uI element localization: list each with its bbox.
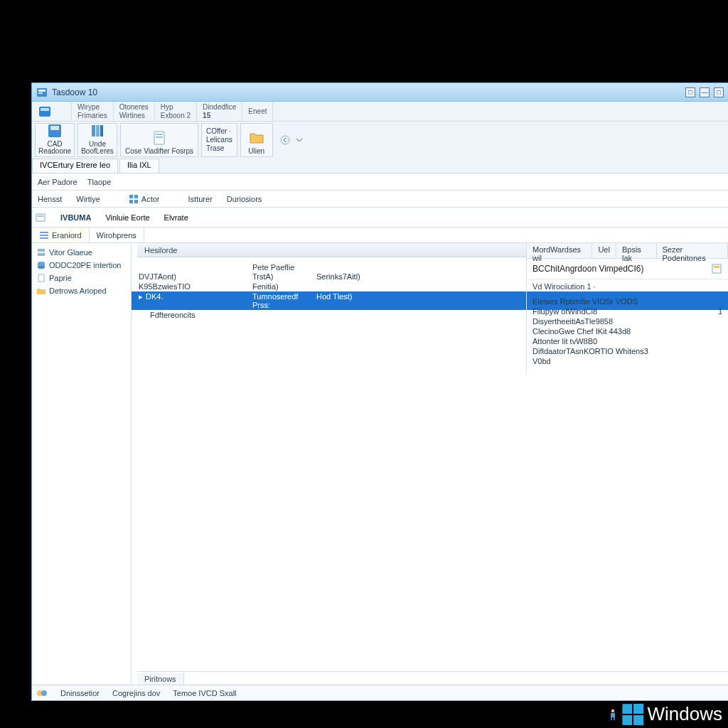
view-tab-0[interactable]: Eraniord <box>32 228 90 242</box>
cmd2-item-1[interactable]: Wirtiye <box>76 195 100 203</box>
svg-rect-24 <box>38 253 45 256</box>
app-window: Tasdoow 10 □ — □ WirypeFrimaries Otonere… <box>31 82 728 701</box>
details-tab-2[interactable]: Bpsis lak <box>616 243 657 258</box>
grid-icon <box>129 194 139 204</box>
ribbon-app-button[interactable] <box>32 102 72 121</box>
details-subtitle[interactable]: Vd Wirociiution 1 · <box>527 279 728 294</box>
ribbon-menu-4[interactable]: Eneet <box>242 102 273 121</box>
svg-point-13 <box>281 136 289 144</box>
details-tab-3[interactable]: Sezer Podenitones <box>657 243 729 258</box>
ribbon-menu-3[interactable]: Dindedfice15 <box>197 102 242 121</box>
ribbon-btn-ulien[interactable]: Ulien <box>240 123 273 157</box>
cmd2-item-3[interactable]: Istturer <box>188 195 213 203</box>
ribbon-menu-1[interactable]: OtoneresWirtines <box>114 102 155 121</box>
details-tabs: MordWardses wil Uel Bpsis lak Sezer Pode… <box>527 243 728 259</box>
nav-item-3[interactable]: Detrows Arioped <box>33 284 129 297</box>
ribbon-toolbar: CAD Readoone Unde BoofLeres Cose Viadift… <box>32 122 728 159</box>
close-button[interactable]: □ <box>714 87 724 97</box>
svg-point-32 <box>41 690 47 696</box>
svg-rect-15 <box>134 195 138 198</box>
ribbon-menu-row: WirypeFrimaries OtoneresWirtines HypExbo… <box>32 102 728 122</box>
details-tab-0[interactable]: MordWardses wil <box>527 243 592 258</box>
content-bottom-tabs: Piritnows <box>137 671 728 685</box>
watermark-text: Windows <box>648 703 722 725</box>
cmd2-item-4[interactable]: Duriosiors <box>227 195 262 203</box>
status-bar: Dninssetior Cogrejins dov Temoe IVCD Sxa… <box>32 685 728 700</box>
svg-rect-23 <box>38 249 45 252</box>
main-body: Vitor Glaeue ODDC20PE intertion Paprie D… <box>32 243 728 685</box>
status-item-2[interactable]: Temoe IVCD Sxall <box>173 689 236 697</box>
server-icon <box>36 247 46 257</box>
details-line: DifldaatorTAsnKORTIO Whitens3 <box>532 346 722 356</box>
page-icon <box>151 129 168 146</box>
location-sub-2[interactable]: Elvrate <box>164 213 188 222</box>
svg-rect-7 <box>92 125 95 136</box>
cmd2-item-0[interactable]: Hensst <box>38 195 62 203</box>
location-label[interactable]: IVBUMA <box>60 213 91 222</box>
nav-item-1[interactable]: ODDC20PE intertion <box>33 259 129 272</box>
ribbon-tab-0[interactable]: IVCErtury Etrere Ieo <box>32 159 118 173</box>
ribbon: WirypeFrimaries OtoneresWirtines HypExbo… <box>32 102 728 173</box>
bottom-tab-0[interactable]: Piritnows <box>137 673 184 685</box>
svg-rect-20 <box>40 232 48 233</box>
ribbon-btn-cose[interactable]: Cose Viadifter Fosrps <box>120 123 198 157</box>
desktop-watermark: Windows <box>608 703 722 725</box>
svg-rect-17 <box>134 200 138 203</box>
ribbon-btn-cad[interactable]: CAD Readoone <box>35 123 75 157</box>
svg-point-27 <box>38 266 45 269</box>
svg-rect-19 <box>38 215 43 217</box>
nav-item-0[interactable]: Vitor Glaeue <box>33 246 129 259</box>
chevron-right-icon: ▸ <box>139 292 143 301</box>
details-tab-1[interactable]: Uel <box>592 243 616 258</box>
nav-back-icon[interactable] <box>280 135 290 145</box>
svg-rect-35 <box>611 717 612 720</box>
svg-rect-22 <box>40 237 48 239</box>
svg-rect-18 <box>36 214 45 221</box>
figure-icon <box>608 709 618 720</box>
details-action-icon[interactable] <box>711 263 722 274</box>
doc-icon <box>36 273 46 283</box>
app-icon <box>36 87 48 98</box>
db-icon <box>36 260 46 270</box>
svg-rect-36 <box>614 717 615 720</box>
nav-item-2[interactable]: Paprie <box>33 272 129 284</box>
cmd2-item-2[interactable]: Actor <box>129 194 160 204</box>
svg-rect-16 <box>129 200 133 203</box>
details-line: Attonter lit tvW8B0 <box>532 336 722 346</box>
svg-rect-9 <box>100 125 103 136</box>
ribbon-menu-0[interactable]: WirypeFrimaries <box>72 102 114 121</box>
cmd-item-1[interactable]: Tlaope <box>87 178 112 186</box>
view-tab-1[interactable]: Wirohprens <box>90 228 144 242</box>
svg-rect-4 <box>41 108 49 111</box>
details-pane: MordWardses wil Uel Bpsis lak Sezer Pode… <box>526 243 728 372</box>
details-line: V0bd <box>532 356 722 366</box>
command-bar-1: Aer Padore Tlaope <box>32 173 728 191</box>
window-title: Tasdoow 10 <box>52 87 685 97</box>
dropdown-icon[interactable] <box>296 136 303 144</box>
cmd-item-0[interactable]: Aer Padore <box>38 178 77 186</box>
minimize-button[interactable]: — <box>700 87 710 97</box>
disk-icon <box>46 122 63 139</box>
status-item-1[interactable]: Cogrejins dov <box>112 689 160 697</box>
status-item-0[interactable]: Dninssetior <box>60 689 100 697</box>
folder-icon <box>248 129 265 146</box>
maximize-button[interactable]: □ <box>685 87 695 97</box>
ribbon-menu-2[interactable]: HypExboon 2 <box>155 102 197 121</box>
svg-rect-28 <box>38 274 44 282</box>
col-0[interactable] <box>139 263 252 272</box>
svg-rect-12 <box>156 136 163 138</box>
folder-small-icon <box>36 286 46 296</box>
ribbon-bottom-tabs: IVCErtury Etrere Ieo Ilia IXL <box>32 159 728 173</box>
titlebar[interactable]: Tasdoow 10 □ — □ <box>32 83 728 102</box>
ribbon-group-coffer[interactable]: COffer · Lelicans Trase <box>201 123 237 157</box>
details-title: BCChitAngrdoon VimpedCI6) <box>532 264 644 274</box>
ribbon-btn-boofleres[interactable]: Unde BoofLeres <box>77 123 117 157</box>
col-1[interactable]: Pete Paeflie <box>252 263 316 272</box>
details-line: Filupyw ofWindCi81 <box>532 306 722 316</box>
ribbon-tab-1[interactable]: Ilia IXL <box>119 159 159 173</box>
location-sub-1[interactable]: Vinluie Eorte <box>105 213 149 222</box>
details-line: DisyertheeitiAsTle9858 <box>532 316 722 326</box>
books-icon <box>89 122 106 139</box>
list-icon <box>39 230 49 240</box>
svg-rect-14 <box>129 195 133 198</box>
